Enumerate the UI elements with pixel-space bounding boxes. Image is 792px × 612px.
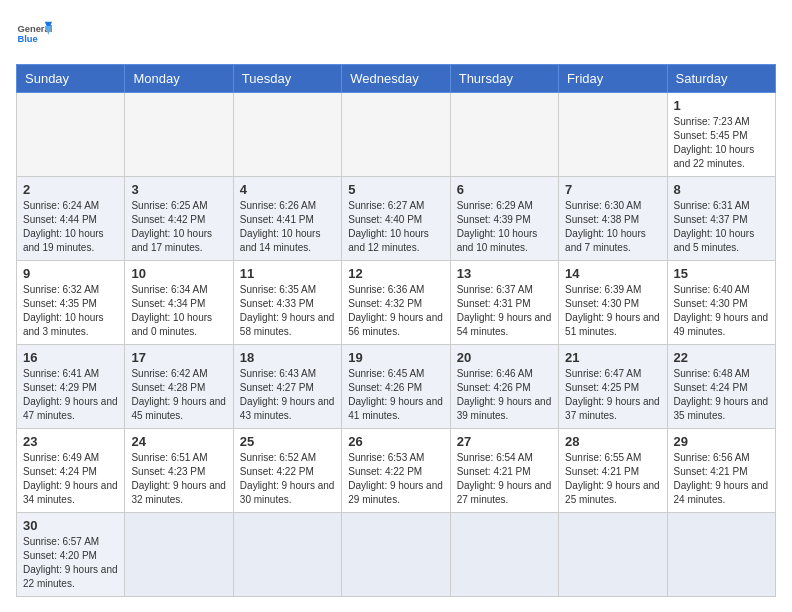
calendar-cell: 5Sunrise: 6:27 AM Sunset: 4:40 PM Daylig… — [342, 177, 450, 261]
calendar-cell: 23Sunrise: 6:49 AM Sunset: 4:24 PM Dayli… — [17, 429, 125, 513]
day-number: 4 — [240, 182, 335, 197]
calendar-week-row: 23Sunrise: 6:49 AM Sunset: 4:24 PM Dayli… — [17, 429, 776, 513]
day-info: Sunrise: 6:51 AM Sunset: 4:23 PM Dayligh… — [131, 451, 226, 507]
day-info: Sunrise: 7:23 AM Sunset: 5:45 PM Dayligh… — [674, 115, 769, 171]
calendar-cell — [125, 93, 233, 177]
calendar-cell: 30Sunrise: 6:57 AM Sunset: 4:20 PM Dayli… — [17, 513, 125, 597]
calendar-cell: 1Sunrise: 7:23 AM Sunset: 5:45 PM Daylig… — [667, 93, 775, 177]
calendar-cell: 9Sunrise: 6:32 AM Sunset: 4:35 PM Daylig… — [17, 261, 125, 345]
calendar-week-row: 2Sunrise: 6:24 AM Sunset: 4:44 PM Daylig… — [17, 177, 776, 261]
calendar-cell: 15Sunrise: 6:40 AM Sunset: 4:30 PM Dayli… — [667, 261, 775, 345]
day-number: 3 — [131, 182, 226, 197]
day-number: 28 — [565, 434, 660, 449]
calendar-cell: 20Sunrise: 6:46 AM Sunset: 4:26 PM Dayli… — [450, 345, 558, 429]
day-number: 8 — [674, 182, 769, 197]
day-number: 18 — [240, 350, 335, 365]
day-number: 13 — [457, 266, 552, 281]
day-info: Sunrise: 6:52 AM Sunset: 4:22 PM Dayligh… — [240, 451, 335, 507]
day-info: Sunrise: 6:47 AM Sunset: 4:25 PM Dayligh… — [565, 367, 660, 423]
day-number: 24 — [131, 434, 226, 449]
day-info: Sunrise: 6:34 AM Sunset: 4:34 PM Dayligh… — [131, 283, 226, 339]
day-info: Sunrise: 6:54 AM Sunset: 4:21 PM Dayligh… — [457, 451, 552, 507]
weekday-header-monday: Monday — [125, 65, 233, 93]
day-number: 23 — [23, 434, 118, 449]
calendar-cell — [559, 93, 667, 177]
day-info: Sunrise: 6:57 AM Sunset: 4:20 PM Dayligh… — [23, 535, 118, 591]
calendar-cell: 27Sunrise: 6:54 AM Sunset: 4:21 PM Dayli… — [450, 429, 558, 513]
calendar-cell — [342, 93, 450, 177]
day-info: Sunrise: 6:56 AM Sunset: 4:21 PM Dayligh… — [674, 451, 769, 507]
calendar-cell: 11Sunrise: 6:35 AM Sunset: 4:33 PM Dayli… — [233, 261, 341, 345]
day-number: 1 — [674, 98, 769, 113]
calendar-cell: 24Sunrise: 6:51 AM Sunset: 4:23 PM Dayli… — [125, 429, 233, 513]
day-info: Sunrise: 6:31 AM Sunset: 4:37 PM Dayligh… — [674, 199, 769, 255]
day-info: Sunrise: 6:36 AM Sunset: 4:32 PM Dayligh… — [348, 283, 443, 339]
day-info: Sunrise: 6:30 AM Sunset: 4:38 PM Dayligh… — [565, 199, 660, 255]
weekday-header-tuesday: Tuesday — [233, 65, 341, 93]
day-info: Sunrise: 6:27 AM Sunset: 4:40 PM Dayligh… — [348, 199, 443, 255]
weekday-header-row: SundayMondayTuesdayWednesdayThursdayFrid… — [17, 65, 776, 93]
day-number: 5 — [348, 182, 443, 197]
day-info: Sunrise: 6:26 AM Sunset: 4:41 PM Dayligh… — [240, 199, 335, 255]
day-info: Sunrise: 6:40 AM Sunset: 4:30 PM Dayligh… — [674, 283, 769, 339]
weekday-header-friday: Friday — [559, 65, 667, 93]
calendar-cell: 18Sunrise: 6:43 AM Sunset: 4:27 PM Dayli… — [233, 345, 341, 429]
calendar-cell: 29Sunrise: 6:56 AM Sunset: 4:21 PM Dayli… — [667, 429, 775, 513]
day-info: Sunrise: 6:43 AM Sunset: 4:27 PM Dayligh… — [240, 367, 335, 423]
calendar-cell: 17Sunrise: 6:42 AM Sunset: 4:28 PM Dayli… — [125, 345, 233, 429]
calendar-week-row: 1Sunrise: 7:23 AM Sunset: 5:45 PM Daylig… — [17, 93, 776, 177]
day-info: Sunrise: 6:39 AM Sunset: 4:30 PM Dayligh… — [565, 283, 660, 339]
day-number: 17 — [131, 350, 226, 365]
calendar-cell: 26Sunrise: 6:53 AM Sunset: 4:22 PM Dayli… — [342, 429, 450, 513]
calendar-cell: 19Sunrise: 6:45 AM Sunset: 4:26 PM Dayli… — [342, 345, 450, 429]
day-number: 11 — [240, 266, 335, 281]
day-info: Sunrise: 6:29 AM Sunset: 4:39 PM Dayligh… — [457, 199, 552, 255]
calendar-table: SundayMondayTuesdayWednesdayThursdayFrid… — [16, 64, 776, 597]
day-number: 9 — [23, 266, 118, 281]
day-number: 19 — [348, 350, 443, 365]
day-number: 20 — [457, 350, 552, 365]
calendar-cell: 28Sunrise: 6:55 AM Sunset: 4:21 PM Dayli… — [559, 429, 667, 513]
day-info: Sunrise: 6:24 AM Sunset: 4:44 PM Dayligh… — [23, 199, 118, 255]
day-number: 22 — [674, 350, 769, 365]
day-number: 27 — [457, 434, 552, 449]
svg-text:Blue: Blue — [17, 34, 37, 44]
calendar-cell: 7Sunrise: 6:30 AM Sunset: 4:38 PM Daylig… — [559, 177, 667, 261]
calendar-cell — [17, 93, 125, 177]
day-info: Sunrise: 6:41 AM Sunset: 4:29 PM Dayligh… — [23, 367, 118, 423]
calendar-cell: 8Sunrise: 6:31 AM Sunset: 4:37 PM Daylig… — [667, 177, 775, 261]
weekday-header-sunday: Sunday — [17, 65, 125, 93]
weekday-header-thursday: Thursday — [450, 65, 558, 93]
calendar-cell: 16Sunrise: 6:41 AM Sunset: 4:29 PM Dayli… — [17, 345, 125, 429]
day-info: Sunrise: 6:48 AM Sunset: 4:24 PM Dayligh… — [674, 367, 769, 423]
calendar-cell — [342, 513, 450, 597]
calendar-week-row: 16Sunrise: 6:41 AM Sunset: 4:29 PM Dayli… — [17, 345, 776, 429]
calendar-week-row: 30Sunrise: 6:57 AM Sunset: 4:20 PM Dayli… — [17, 513, 776, 597]
day-info: Sunrise: 6:25 AM Sunset: 4:42 PM Dayligh… — [131, 199, 226, 255]
day-number: 6 — [457, 182, 552, 197]
day-number: 7 — [565, 182, 660, 197]
calendar-cell: 6Sunrise: 6:29 AM Sunset: 4:39 PM Daylig… — [450, 177, 558, 261]
general-blue-logo-icon: General Blue — [16, 16, 52, 52]
day-number: 2 — [23, 182, 118, 197]
calendar-cell — [233, 93, 341, 177]
calendar-cell — [559, 513, 667, 597]
calendar-cell — [450, 513, 558, 597]
day-number: 25 — [240, 434, 335, 449]
day-info: Sunrise: 6:55 AM Sunset: 4:21 PM Dayligh… — [565, 451, 660, 507]
calendar-cell: 21Sunrise: 6:47 AM Sunset: 4:25 PM Dayli… — [559, 345, 667, 429]
logo: General Blue — [16, 16, 52, 52]
day-info: Sunrise: 6:49 AM Sunset: 4:24 PM Dayligh… — [23, 451, 118, 507]
calendar-cell: 13Sunrise: 6:37 AM Sunset: 4:31 PM Dayli… — [450, 261, 558, 345]
day-number: 16 — [23, 350, 118, 365]
calendar-cell: 4Sunrise: 6:26 AM Sunset: 4:41 PM Daylig… — [233, 177, 341, 261]
day-info: Sunrise: 6:53 AM Sunset: 4:22 PM Dayligh… — [348, 451, 443, 507]
day-number: 12 — [348, 266, 443, 281]
calendar-cell — [450, 93, 558, 177]
day-info: Sunrise: 6:37 AM Sunset: 4:31 PM Dayligh… — [457, 283, 552, 339]
day-number: 26 — [348, 434, 443, 449]
day-info: Sunrise: 6:35 AM Sunset: 4:33 PM Dayligh… — [240, 283, 335, 339]
day-info: Sunrise: 6:42 AM Sunset: 4:28 PM Dayligh… — [131, 367, 226, 423]
calendar-cell: 14Sunrise: 6:39 AM Sunset: 4:30 PM Dayli… — [559, 261, 667, 345]
calendar-cell: 22Sunrise: 6:48 AM Sunset: 4:24 PM Dayli… — [667, 345, 775, 429]
